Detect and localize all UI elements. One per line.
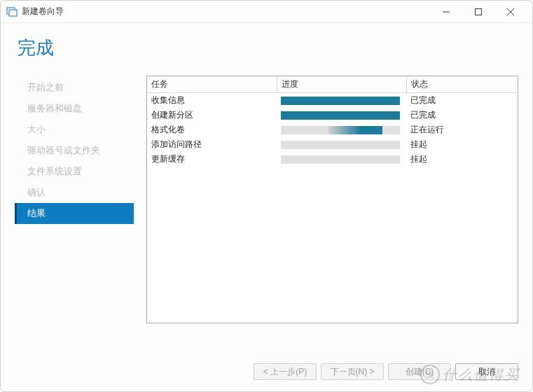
progress-bar <box>281 97 400 105</box>
window-title: 新建卷向导 <box>22 6 64 18</box>
status-cell: 正在运行 <box>406 122 518 137</box>
main-panel: 任务 进度 状态 收集信息 已完成 <box>146 76 518 354</box>
progress-cell <box>277 152 406 167</box>
column-header-status[interactable]: 状态 <box>406 76 518 93</box>
progress-fill <box>281 97 400 105</box>
dialog-window: 新建卷向导 完成 开始之前 服务器和磁盘 大小 驱动器号或文件夹 文件系统设置 … <box>0 0 533 392</box>
progress-cell <box>277 108 406 122</box>
task-cell: 更新缓存 <box>147 152 277 167</box>
table-row: 更新缓存 挂起 <box>147 152 518 167</box>
sidebar-item-label: 结果 <box>27 208 46 218</box>
progress-fill <box>281 111 400 120</box>
task-cell: 创建新分区 <box>147 108 277 122</box>
status-cell: 已完成 <box>406 108 518 122</box>
sidebar-item-filesystem[interactable]: 文件系统设置 <box>15 161 134 182</box>
sidebar-item-size[interactable]: 大小 <box>15 119 134 140</box>
table-row: 收集信息 已完成 <box>147 93 518 108</box>
progress-fill <box>328 126 382 134</box>
sidebar-item-drive-letter[interactable]: 驱动器号或文件夹 <box>15 140 134 161</box>
wizard-sidebar: 开始之前 服务器和磁盘 大小 驱动器号或文件夹 文件系统设置 确认 结果 <box>15 76 134 354</box>
maximize-button[interactable] <box>462 1 494 22</box>
sidebar-item-label: 驱动器号或文件夹 <box>27 145 100 155</box>
create-button[interactable]: 创建(C) <box>388 363 451 380</box>
results-table: 任务 进度 状态 收集信息 已完成 <box>147 76 518 167</box>
task-cell: 添加访问路径 <box>147 137 277 152</box>
status-cell: 挂起 <box>406 152 518 167</box>
content-area: 完成 开始之前 服务器和磁盘 大小 驱动器号或文件夹 文件系统设置 确认 结果 … <box>1 23 532 354</box>
sidebar-item-before-begin[interactable]: 开始之前 <box>15 77 134 98</box>
table-row: 创建新分区 已完成 <box>147 108 518 122</box>
results-table-container: 任务 进度 状态 收集信息 已完成 <box>146 76 518 323</box>
close-button[interactable] <box>494 1 527 22</box>
sidebar-item-results[interactable]: 结果 <box>15 203 134 224</box>
svg-rect-1 <box>9 10 17 16</box>
column-header-task[interactable]: 任务 <box>147 76 277 93</box>
footer: < 上一步(P) 下一页(N) > 创建(C) 取消 <box>1 354 532 391</box>
minimize-button[interactable] <box>430 1 462 22</box>
progress-cell <box>277 122 406 137</box>
progress-bar <box>281 111 400 120</box>
body: 开始之前 服务器和磁盘 大小 驱动器号或文件夹 文件系统设置 确认 结果 任务 … <box>15 76 518 354</box>
status-cell: 挂起 <box>406 137 518 152</box>
app-icon <box>6 6 18 18</box>
task-cell: 格式化卷 <box>147 122 277 137</box>
task-cell: 收集信息 <box>147 93 277 108</box>
sidebar-item-label: 确认 <box>27 187 46 197</box>
table-row: 添加访问路径 挂起 <box>147 137 518 152</box>
window-controls <box>430 1 527 22</box>
sidebar-item-label: 服务器和磁盘 <box>27 103 82 113</box>
table-row: 格式化卷 正在运行 <box>147 122 518 137</box>
svg-rect-3 <box>476 8 482 15</box>
cancel-button[interactable]: 取消 <box>455 363 518 380</box>
page-title: 完成 <box>18 36 518 60</box>
previous-button[interactable]: < 上一步(P) <box>254 363 317 380</box>
column-header-progress[interactable]: 进度 <box>277 76 406 93</box>
progress-bar <box>281 141 400 149</box>
sidebar-item-server-disk[interactable]: 服务器和磁盘 <box>15 98 134 119</box>
sidebar-item-label: 文件系统设置 <box>27 166 82 176</box>
next-button[interactable]: 下一页(N) > <box>321 363 384 380</box>
sidebar-item-label: 开始之前 <box>27 82 64 92</box>
progress-cell <box>277 137 406 152</box>
sidebar-item-label: 大小 <box>27 124 46 134</box>
progress-cell <box>277 93 406 108</box>
status-cell: 已完成 <box>406 93 518 108</box>
titlebar: 新建卷向导 <box>1 1 532 23</box>
progress-bar <box>281 155 400 164</box>
sidebar-item-confirm[interactable]: 确认 <box>15 182 134 203</box>
progress-bar <box>281 126 400 134</box>
